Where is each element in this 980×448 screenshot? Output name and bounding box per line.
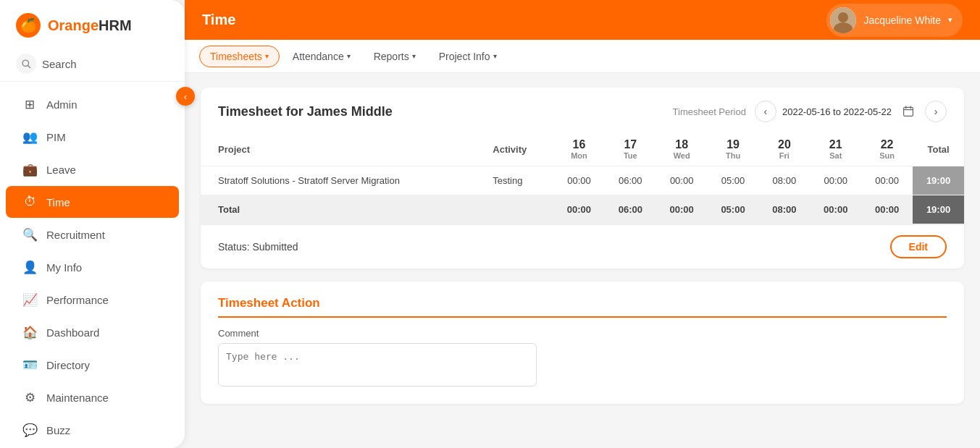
- period-label: Timesheet Period: [673, 106, 746, 117]
- user-caret-icon: ▾: [948, 15, 952, 25]
- total-val-20: 08:00: [758, 195, 810, 224]
- dashboard-icon: 🏠: [22, 324, 38, 340]
- table-row: Stratoff Solutions - Stratoff Server Mig…: [201, 166, 964, 195]
- subnav-caret-project-info: ▾: [493, 52, 497, 60]
- timesheet-table: Project Activity 16Mon 17Tue 18Wed 19Thu…: [201, 132, 964, 224]
- subnav-timesheets[interactable]: Timesheets▾: [199, 46, 280, 67]
- logo: 🍊 OrangeHRM: [0, 0, 185, 46]
- svg-line-1: [28, 65, 30, 67]
- row-val-21: 00:00: [810, 166, 861, 195]
- sidebar-item-buzz[interactable]: 💬Buzz: [6, 414, 179, 446]
- sidebar-collapse-button[interactable]: ‹: [176, 87, 195, 106]
- sidebar-item-recruitment[interactable]: 🔍Recruitment: [6, 219, 179, 250]
- sidebar-item-my-info[interactable]: 👤My Info: [6, 251, 179, 283]
- subnav-label-project-info: Project Info: [439, 51, 490, 62]
- action-title: Timesheet Action: [218, 296, 947, 318]
- col-day-22: 22Sun: [861, 132, 913, 166]
- col-day-19: 19Thu: [708, 132, 759, 166]
- col-day-16: 16Mon: [553, 132, 605, 166]
- sidebar-item-pim[interactable]: 👥PIM: [6, 121, 179, 153]
- col-day-20: 20Fri: [758, 132, 810, 166]
- edit-button[interactable]: Edit: [890, 235, 947, 258]
- subnav-project-info[interactable]: Project Info▾: [429, 46, 507, 67]
- timesheet-card: Timesheet for James Middle Timesheet Per…: [201, 88, 964, 269]
- subnav-attendance[interactable]: Attendance▾: [282, 46, 361, 67]
- main-content: Time Jacqueline White ▾ Timesheets▾Atten…: [185, 0, 980, 448]
- subnav-label-reports: Reports: [374, 51, 409, 62]
- sidebar: 🍊 OrangeHRM Search ⊞Admin👥PIM💼Leave⏱Time…: [0, 0, 185, 448]
- total-val-22: 00:00: [861, 195, 913, 224]
- period-next-button[interactable]: ›: [925, 101, 947, 122]
- sidebar-label-performance: Performance: [46, 294, 109, 306]
- maintenance-icon: ⚙: [22, 389, 38, 405]
- sidebar-label-recruitment: Recruitment: [46, 229, 105, 241]
- subnav-caret-attendance: ▾: [347, 52, 351, 60]
- col-day-21: 21Sat: [810, 132, 861, 166]
- total-val-16: 00:00: [553, 195, 605, 224]
- status-text: Status: Submitted: [218, 241, 298, 253]
- content-area: Timesheet for James Middle Timesheet Per…: [185, 73, 980, 448]
- sidebar-label-time: Time: [46, 196, 70, 208]
- subnav-reports[interactable]: Reports▾: [364, 46, 426, 67]
- total-val-21: 00:00: [810, 195, 861, 224]
- row-val-20: 08:00: [758, 166, 810, 195]
- sidebar-label-leave: Leave: [46, 164, 76, 176]
- action-card: Timesheet Action Comment: [201, 282, 964, 404]
- search-icon: [16, 54, 36, 74]
- sidebar-item-performance[interactable]: 📈Performance: [6, 284, 179, 316]
- comment-textarea[interactable]: [218, 343, 537, 386]
- sidebar-label-maintenance: Maintenance: [46, 392, 109, 404]
- total-row: Total 00:00 06:00 00:00 05:00 08:00 00:0…: [201, 195, 964, 224]
- svg-point-3: [838, 12, 848, 22]
- grand-total: 19:00: [913, 195, 964, 224]
- row-val-19: 05:00: [708, 166, 759, 195]
- col-project: Project: [201, 132, 475, 166]
- subnav-label-attendance: Attendance: [293, 51, 344, 62]
- col-day-18: 18Wed: [656, 132, 708, 166]
- row-project: Stratoff Solutions - Stratoff Server Mig…: [201, 166, 475, 195]
- period-nav: Timesheet Period ‹ 2022-05-16 to 2022-05…: [673, 101, 947, 122]
- directory-icon: 🪪: [22, 357, 38, 373]
- sidebar-item-maintenance[interactable]: ⚙Maintenance: [6, 381, 179, 413]
- period-prev-button[interactable]: ‹: [755, 101, 776, 122]
- status-bar: Status: Submitted Edit: [201, 224, 964, 269]
- sidebar-label-admin: Admin: [46, 98, 78, 111]
- row-val-17: 06:00: [605, 166, 656, 195]
- search-button[interactable]: Search: [0, 46, 185, 82]
- subnav-caret-timesheets: ▾: [265, 52, 269, 60]
- sidebar-item-admin[interactable]: ⊞Admin: [6, 88, 179, 120]
- logo-text: OrangeHRM: [48, 17, 132, 34]
- performance-icon: 📈: [22, 292, 38, 308]
- page-title: Time: [202, 12, 235, 28]
- search-label: Search: [42, 58, 77, 70]
- total-val-17: 06:00: [605, 195, 656, 224]
- sidebar-label-buzz: Buzz: [46, 424, 70, 436]
- row-val-16: 00:00: [553, 166, 605, 195]
- sidebar-label-directory: Directory: [46, 359, 90, 371]
- sidebar-label-dashboard: Dashboard: [46, 326, 99, 339]
- my-info-icon: 👤: [22, 259, 38, 275]
- svg-rect-5: [904, 107, 913, 116]
- col-total: Total: [913, 132, 964, 166]
- sidebar-label-my-info: My Info: [46, 261, 82, 274]
- sidebar-item-dashboard[interactable]: 🏠Dashboard: [6, 316, 179, 348]
- table-header-row: Project Activity 16Mon 17Tue 18Wed 19Thu…: [201, 132, 964, 166]
- user-menu[interactable]: Jacqueline White ▾: [826, 4, 963, 37]
- row-activity: Testing: [475, 166, 553, 195]
- sidebar-item-time[interactable]: ⏱Time: [6, 186, 179, 218]
- timesheet-card-header: Timesheet for James Middle Timesheet Per…: [201, 88, 964, 132]
- user-name: Jacqueline White: [863, 14, 941, 26]
- comment-label: Comment: [218, 328, 947, 339]
- sidebar-item-directory[interactable]: 🪪Directory: [6, 349, 179, 381]
- row-total: 19:00: [913, 166, 964, 195]
- time-icon: ⏱: [22, 194, 38, 210]
- admin-icon: ⊞: [22, 96, 38, 112]
- avatar: [830, 7, 856, 33]
- recruitment-icon: 🔍: [22, 227, 38, 242]
- calendar-icon[interactable]: [897, 101, 919, 122]
- sidebar-item-leave[interactable]: 💼Leave: [6, 153, 179, 185]
- row-val-22: 00:00: [861, 166, 913, 195]
- buzz-icon: 💬: [22, 422, 38, 438]
- row-val-18: 00:00: [656, 166, 708, 195]
- subnav-label-timesheets: Timesheets: [210, 51, 262, 62]
